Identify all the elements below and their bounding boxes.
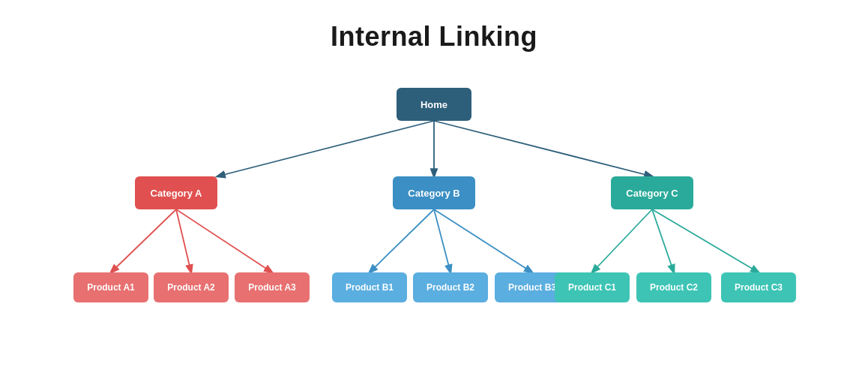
svg-line-0 xyxy=(217,121,434,176)
node-product-a1[interactable]: Product A1 xyxy=(73,272,148,302)
diagram: Home Category A Category B Category C Pr… xyxy=(0,71,868,385)
svg-line-11 xyxy=(652,209,759,272)
page: Internal Linking xyxy=(0,0,868,385)
svg-line-9 xyxy=(592,209,652,272)
node-product-c3[interactable]: Product C3 xyxy=(721,272,796,302)
node-home[interactable]: Home xyxy=(397,88,471,121)
svg-line-10 xyxy=(652,209,674,272)
node-product-b2[interactable]: Product B2 xyxy=(413,272,488,302)
svg-line-6 xyxy=(370,209,434,272)
svg-line-3 xyxy=(111,209,176,272)
node-product-a3[interactable]: Product A3 xyxy=(235,272,310,302)
node-category-c[interactable]: Category C xyxy=(611,176,693,209)
node-product-c2[interactable]: Product C2 xyxy=(636,272,711,302)
svg-line-5 xyxy=(176,209,272,272)
svg-line-2 xyxy=(434,121,652,176)
page-title: Internal Linking xyxy=(0,0,868,53)
svg-line-8 xyxy=(434,209,532,272)
node-product-b1[interactable]: Product B1 xyxy=(332,272,407,302)
node-category-b[interactable]: Category B xyxy=(393,176,475,209)
node-product-c1[interactable]: Product C1 xyxy=(555,272,630,302)
svg-line-4 xyxy=(176,209,191,272)
svg-line-7 xyxy=(434,209,450,272)
node-category-a[interactable]: Category A xyxy=(135,176,217,209)
node-product-a2[interactable]: Product A2 xyxy=(154,272,229,302)
